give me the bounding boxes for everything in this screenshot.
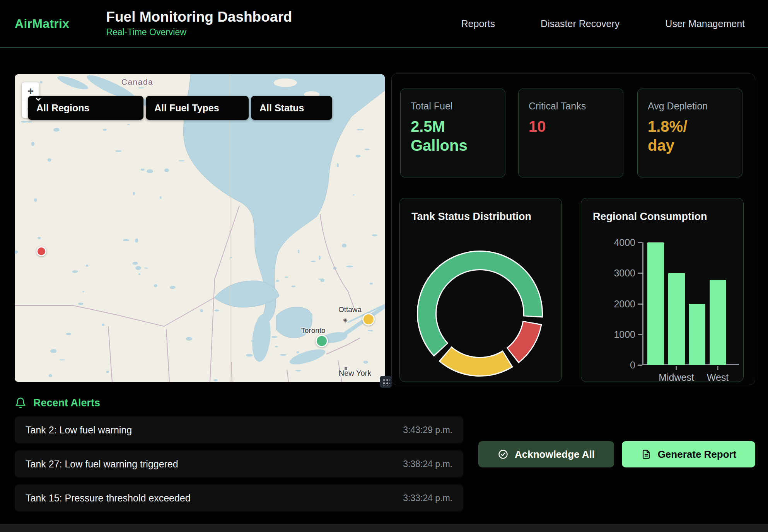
alert-text: Tank 15: Pressure threshold exceeded	[26, 493, 191, 504]
kpi-value-line: day	[648, 136, 732, 155]
kpi-value: 2.5M Gallons	[411, 117, 495, 155]
kpi-value-line: 10	[529, 117, 613, 136]
region-filter-value: All Regions	[36, 102, 90, 114]
kpi-value: 10	[529, 117, 613, 136]
map-resize-handle[interactable]	[380, 376, 392, 388]
kpi-label: Critical Tanks	[529, 101, 613, 112]
document-icon	[641, 449, 652, 460]
alert-time: 3:43:29 p.m.	[403, 425, 452, 435]
map-label-ottawa: Ottawa	[338, 305, 362, 314]
acknowledge-all-label: Acknowledge All	[515, 448, 595, 460]
recent-alerts-title: Recent Alerts	[33, 397, 100, 409]
alert-time: 3:38:24 p.m.	[403, 459, 452, 469]
check-circle-icon	[498, 449, 509, 460]
bar-West	[710, 280, 726, 365]
map-label-toronto: Toronto	[301, 326, 325, 335]
bar-Midwest	[668, 273, 685, 365]
kpi-card-total-fuel: Total Fuel 2.5M Gallons	[400, 89, 505, 177]
map-filter-bar: All Regions All Fuel Types All Status	[28, 96, 332, 120]
kpi-card-avg-depletion: Avg Depletion 1.8%/ day	[637, 89, 742, 177]
nav-item-reports[interactable]: Reports	[461, 18, 495, 29]
kpi-card-critical-tanks: Critical Tanks 10	[518, 89, 623, 177]
donut-chart-title: Tank Status Distribution	[411, 211, 531, 223]
kpi-label: Avg Depletion	[648, 101, 732, 112]
top-nav: Reports Disaster Recovery User Managemen…	[461, 18, 745, 29]
tank-marker-warning[interactable]	[362, 313, 375, 326]
page-title: Fuel Monitoring Dashboard	[106, 10, 292, 25]
alert-row[interactable]: Tank 27: Low fuel warning triggered 3:38…	[15, 450, 463, 477]
nav-item-disaster-recovery[interactable]: Disaster Recovery	[541, 18, 620, 29]
page-subtitle: Real-Time Overview	[106, 27, 292, 38]
kpi-value-line: Gallons	[411, 136, 495, 155]
fuel-type-filter-dropdown[interactable]: All Fuel Types	[146, 96, 249, 120]
status-filter-value: All Status	[259, 102, 304, 114]
fuel-type-filter-value: All Fuel Types	[154, 102, 219, 114]
regional-consumption-bar-chart: 01000200030004000MidwestWest	[581, 198, 743, 382]
footer-bar	[0, 524, 768, 532]
map-canvas	[15, 74, 385, 382]
nav-item-user-management[interactable]: User Management	[665, 18, 745, 29]
recent-alerts-header: Recent Alerts	[15, 397, 100, 409]
chevron-down-icon	[35, 96, 42, 103]
alert-time: 3:33:24 p.m.	[403, 493, 452, 503]
bell-icon	[15, 397, 26, 409]
generate-report-button[interactable]: Generate Report	[622, 441, 755, 467]
kpi-value: 1.8%/ day	[648, 117, 732, 155]
regional-consumption-bar-card: Regional Consumption 01000200030004000Mi…	[581, 198, 744, 382]
kpi-value-line: 1.8%/	[648, 117, 732, 136]
alert-row[interactable]: Tank 15: Pressure threshold exceeded 3:3…	[15, 484, 463, 512]
alert-text: Tank 27: Low fuel warning triggered	[26, 459, 178, 470]
acknowledge-all-button[interactable]: Acknowledge All	[478, 441, 614, 467]
generate-report-label: Generate Report	[658, 448, 737, 460]
map-label-new-york: New York	[339, 369, 372, 378]
drag-dots-icon	[382, 378, 390, 386]
header: AirMatrix Fuel Monitoring Dashboard Real…	[0, 0, 768, 48]
title-block: Fuel Monitoring Dashboard Real-Time Over…	[106, 10, 292, 38]
tank-status-donut-card: Tank Status Distribution	[399, 198, 562, 382]
tank-marker-critical[interactable]	[36, 246, 46, 256]
app-root: AirMatrix Fuel Monitoring Dashboard Real…	[0, 0, 768, 532]
tank-marker-normal[interactable]	[316, 335, 328, 347]
status-filter-dropdown[interactable]: All Status	[251, 96, 332, 120]
bar-series-0	[647, 242, 664, 365]
alert-row[interactable]: Tank 2: Low fuel warning 3:43:29 p.m.	[15, 416, 463, 443]
ottawa-town-symbol: ◉	[343, 317, 347, 323]
brand-logo: AirMatrix	[15, 17, 69, 31]
region-filter-dropdown[interactable]: All Regions	[28, 96, 143, 120]
kpi-label: Total Fuel	[411, 101, 495, 112]
alert-text: Tank 2: Low fuel warning	[26, 425, 132, 436]
map-label-canada: Canada	[121, 77, 154, 87]
kpi-value-line: 2.5M	[411, 117, 495, 136]
fuel-map[interactable]: Canada Ottawa ◉ Toronto New York + − All…	[15, 74, 385, 382]
tank-status-donut-chart	[414, 248, 546, 379]
bar-series-2	[689, 304, 705, 365]
